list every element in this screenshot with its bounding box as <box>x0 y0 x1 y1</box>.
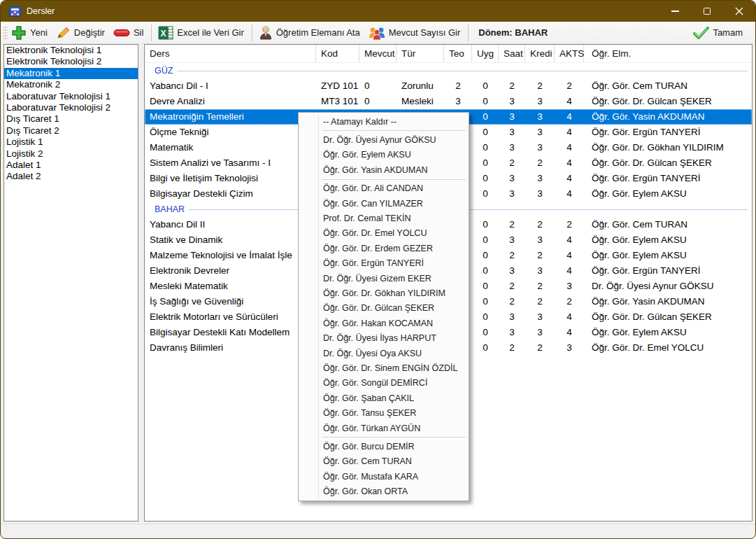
cell-uyg: 0 <box>472 263 499 279</box>
sidebar-item[interactable]: Lojistik 1 <box>4 136 138 148</box>
cell-ogr: Öğr. Gör. Eylem AKSU <box>584 248 752 263</box>
menu-item-instructor[interactable]: Öğr. Gör. Tansu ŞEKER <box>299 405 468 420</box>
new-button[interactable]: Yeni <box>8 22 52 43</box>
table-row[interactable]: Devre AnaliziMT3 1010Mesleki30334Öğr. Gö… <box>145 94 752 109</box>
menu-separator <box>322 437 466 438</box>
table-row[interactable]: Yabancı Dil - IZYD 1010Zorunlu20222Öğr. … <box>145 78 752 94</box>
cell-ders: Ölçme Tekniği <box>145 125 316 140</box>
sidebar-item[interactable]: Dış Ticaret 1 <box>4 113 138 125</box>
cell-kredi: 2 <box>525 78 555 94</box>
sidebar-item[interactable]: Adalet 2 <box>4 171 138 182</box>
cell-ogr: Öğr. Gör. Dr. Gökhan YILDIRIM <box>584 140 752 155</box>
menu-item-instructor[interactable]: Öğr. Gör. Mustafa KARA <box>299 469 468 484</box>
menu-item-instructor[interactable]: Öğr. Gör. Okan ORTA <box>299 484 468 498</box>
menu-item-instructor[interactable]: Öğr. Gör. Dr. Gülcan ŞEKER <box>299 301 468 316</box>
menu-item-instructor[interactable]: Öğr. Gör. Dr. Sinem ENGİN ÖZDİL <box>299 360 468 375</box>
menu-item-instructor[interactable]: Dr. Öğr. Üyesi İlyas HARPUT <box>299 330 468 345</box>
column-header-kod[interactable]: Kod <box>316 45 359 62</box>
program-listbox[interactable]: Elektronik Teknolojisi 1Elektronik Tekno… <box>3 44 138 522</box>
menu-item-instructor[interactable]: Öğr. Gör. Eylem AKSU <box>299 148 468 162</box>
menu-item-instructor[interactable]: Dr. Öğr. Üyesi Oya AKSU <box>299 346 468 360</box>
sidebar-item[interactable]: Mekatronik 2 <box>4 79 138 90</box>
menu-item-instructor[interactable]: Öğr. Gör. Cem TURAN <box>299 454 468 469</box>
assign-instructor-button[interactable]: Öğretim Elemanı Ata <box>255 22 365 43</box>
column-header-saat[interactable]: Saat <box>499 45 525 62</box>
ok-button[interactable]: Tamam <box>690 24 748 42</box>
teacher-icon <box>259 25 273 40</box>
sidebar-item[interactable]: Mekatronik 1 <box>4 68 138 79</box>
cell-ders: İş Sağlığı ve Güvenliği <box>145 294 316 309</box>
table-group-header: GÜZ <box>145 63 752 78</box>
sidebar-item[interactable]: Laboratuvar Teknolojisi 2 <box>4 102 138 113</box>
sidebar-item[interactable]: Elektronik Teknolojisi 2 <box>4 56 138 67</box>
menu-item-instructor[interactable]: Öğr. Gör. Dr. Ali CANDAN <box>299 181 468 196</box>
cell-saat: 3 <box>499 309 525 325</box>
cell-kredi: 2 <box>525 217 555 232</box>
delete-button[interactable]: Sil <box>110 24 148 41</box>
cell-ogr: Öğr. Gör. Yasin AKDUMAN <box>584 294 752 309</box>
menu-item-instructor[interactable]: Öğr. Gör. Can YILMAZER <box>299 196 468 211</box>
cell-ders: Matematik <box>145 140 316 155</box>
maximize-button[interactable] <box>691 1 723 22</box>
cell-ders: Mesleki Matematik <box>145 279 316 294</box>
cell-akts: 2 <box>555 294 584 309</box>
menu-item-instructor[interactable]: Öğr. Gör. Ergün TANYERİ <box>299 256 468 271</box>
edit-button[interactable]: Değiştir <box>52 23 110 43</box>
menu-item-instructor[interactable]: Dr. Öğr. Üyesi Gizem EKER <box>299 271 468 286</box>
menu-item-remove-assignment[interactable]: -- Atamayı Kaldır -- <box>299 114 468 129</box>
cell-uyg: 0 <box>472 125 499 140</box>
menu-item-instructor[interactable]: Öğr. Gör. Türkan AYGÜN <box>299 421 468 435</box>
cell-teo: 3 <box>444 94 472 109</box>
cell-uyg: 0 <box>472 109 499 125</box>
sidebar-item[interactable]: Laboratuvar Teknolojisi 1 <box>4 91 138 102</box>
cell-ogr: Öğr. Gör. Eylem AKSU <box>584 325 752 340</box>
column-header-ders[interactable]: Ders <box>145 45 316 62</box>
excel-import-button-label: Excel ile Veri Gir <box>177 27 243 38</box>
menu-item-instructor[interactable]: Dr. Öğr. Üyesi Aynur GÖKSU <box>299 132 468 147</box>
enter-count-button[interactable]: Mevcut Sayısı Gir <box>365 23 466 43</box>
cell-uyg: 0 <box>472 155 499 171</box>
cell-akts: 3 <box>555 340 584 356</box>
term-label: Dönem: BAHAR <box>471 27 555 38</box>
cell-ders: Malzeme Teknolojisi ve İmalat İşle <box>145 248 316 263</box>
menu-item-instructor[interactable]: Öğr. Gör. Yasin AKDUMAN <box>299 162 468 177</box>
cell-saat: 2 <box>499 78 525 94</box>
app-icon <box>9 6 21 17</box>
column-header-kredi[interactable]: Kredi <box>525 45 555 62</box>
column-header-mevcut[interactable]: Mevcut <box>359 45 397 62</box>
menu-item-instructor[interactable]: Öğr. Gör. Dr. Erdem GEZER <box>299 241 468 255</box>
cell-uyg: 0 <box>472 94 499 109</box>
cell-akts: 4 <box>555 186 584 202</box>
cell-mevcut: 0 <box>359 94 397 109</box>
cell-akts: 4 <box>555 125 584 140</box>
column-header-akts[interactable]: AKTS <box>555 45 584 62</box>
toolbar-separator <box>252 24 252 41</box>
cell-tur: Mesleki <box>397 94 444 109</box>
sidebar-item[interactable]: Elektronik Teknolojisi 1 <box>4 45 138 56</box>
column-header-tur[interactable]: Tür <box>397 45 444 62</box>
menu-item-instructor[interactable]: Öğr. Gör. Burcu DEMİR <box>299 439 468 454</box>
menu-item-instructor[interactable]: Prof. Dr. Cemal TEKİN <box>299 211 468 225</box>
column-header-uyg[interactable]: Uyg <box>472 45 499 62</box>
column-header-ogr-elm[interactable]: Öğr. Elm. <box>584 45 752 62</box>
table-header: Ders Kod Mevcut Tür Teo Uyg Saat Kredi A… <box>145 45 752 63</box>
cell-teo: 2 <box>444 78 472 94</box>
cell-saat: 3 <box>499 263 525 279</box>
cell-akts: 4 <box>555 155 584 171</box>
cell-akts: 4 <box>555 263 584 279</box>
menu-item-instructor[interactable]: Öğr. Gör. Şaban ÇAKIL <box>299 391 468 405</box>
sidebar-item[interactable]: Adalet 1 <box>4 160 138 171</box>
menu-item-instructor[interactable]: Öğr. Gör. Hakan KOCAMAN <box>299 316 468 330</box>
menu-item-instructor[interactable]: Öğr. Gör. Songül DEMİRCİ <box>299 376 468 391</box>
minimize-button[interactable] <box>659 1 691 22</box>
menu-item-instructor[interactable]: Öğr. Gör. Dr. Emel YOLCU <box>299 226 468 241</box>
excel-icon: X <box>158 26 173 40</box>
menu-item-instructor[interactable]: Öğr. Gör. Dr. Gökhan YILDIRIM <box>299 286 468 300</box>
close-button[interactable] <box>723 1 755 22</box>
cell-ogr: Öğr. Gör. Yasin AKDUMAN <box>584 109 752 125</box>
sidebar-item[interactable]: Lojistik 2 <box>4 148 138 160</box>
cell-kod: MT3 101 <box>316 94 359 109</box>
column-header-teo[interactable]: Teo <box>444 45 472 62</box>
excel-import-button[interactable]: X Excel ile Veri Gir <box>155 23 248 43</box>
sidebar-item[interactable]: Dış Ticaret 2 <box>4 125 138 136</box>
